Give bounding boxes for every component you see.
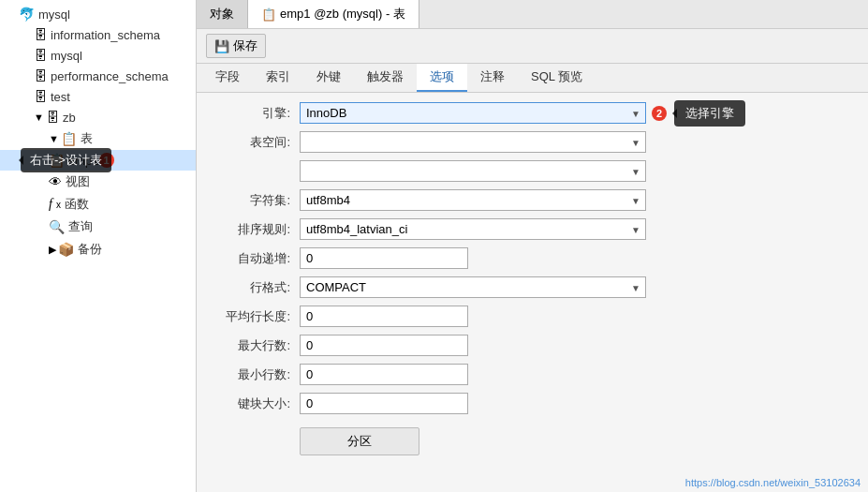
backup-icon: 📦	[58, 242, 74, 257]
sidebar-item-functions[interactable]: fx 函数	[0, 193, 196, 216]
key-block-size-input[interactable]	[300, 393, 468, 414]
sidebar-item-information-schema[interactable]: 🗄 information_schema	[0, 24, 196, 45]
sidebar-item-label: performance_schema	[51, 69, 169, 83]
tab-comments[interactable]: 注释	[467, 64, 518, 92]
sidebar: 🐬 mysql 🗄 information_schema 🗄 mysql 🗄 p…	[0, 0, 197, 492]
collation-row: 排序规则: utf8mb4_latvian_ci ▼	[215, 218, 849, 240]
sidebar-item-label: 查询	[68, 218, 93, 235]
extra-row: ▼	[215, 160, 849, 182]
collation-select[interactable]: utf8mb4_latvian_ci	[300, 218, 646, 240]
avg-row-length-label: 平均行长度:	[215, 308, 300, 325]
key-block-size-row: 键块大小:	[215, 393, 849, 414]
db-icon: 🗄	[46, 110, 59, 125]
engine-control: ▼ 2 选择引擎	[300, 102, 646, 124]
tab-emp1-table[interactable]: 📋 emp1 @zb (mysql) - 表	[248, 0, 419, 28]
min-rows-control	[300, 364, 646, 385]
form-tab-row: 字段 索引 外键 触发器 选项 注释 SQL 预览	[197, 64, 868, 93]
toolbar: 💾 保存	[197, 29, 868, 64]
engine-select-wrapper: ▼	[300, 102, 646, 124]
partition-control: 分区	[300, 422, 646, 455]
charset-select-wrapper: utf8mb4 ▼	[300, 189, 646, 211]
charset-select[interactable]: utf8mb4	[300, 189, 646, 211]
sidebar-item-label: test	[51, 90, 70, 104]
engine-input[interactable]	[300, 102, 646, 124]
tab-options[interactable]: 选项	[417, 64, 467, 92]
form-area: 引擎: ▼ 2 选择引擎 表空间: ▼	[197, 93, 868, 492]
sidebar-item-views[interactable]: 👁 视图	[0, 171, 196, 193]
save-icon: 💾	[214, 39, 229, 53]
chevron-right-icon: ▶	[49, 244, 56, 256]
avg-row-length-control	[300, 306, 646, 327]
sidebar-item-zb[interactable]: ▼ 🗄 zb	[0, 107, 196, 127]
db-icon: 🗄	[34, 89, 47, 104]
save-button[interactable]: 💾 保存	[206, 34, 266, 58]
chevron-down-icon: ▼	[49, 133, 59, 144]
sidebar-item-label: 表	[81, 130, 93, 147]
sidebar-item-backup[interactable]: ▶ 📦 备份	[0, 238, 196, 261]
auto-increment-input[interactable]	[300, 247, 468, 269]
save-label: 保存	[233, 37, 257, 54]
avg-row-length-row: 平均行长度:	[215, 306, 849, 327]
sidebar-item-label: 函数	[65, 196, 89, 213]
tab-indexes[interactable]: 索引	[253, 64, 303, 92]
sidebar-item-mysql-db[interactable]: 🗄 mysql	[0, 45, 196, 66]
sidebar-item-emp1[interactable]: 📋 emp1 1 右击->设计表	[0, 150, 196, 171]
tablespace-select[interactable]	[300, 131, 646, 153]
view-icon: 👁	[49, 174, 62, 189]
sidebar-item-performance-schema[interactable]: 🗄 performance_schema	[0, 66, 196, 86]
sidebar-item-queries[interactable]: 🔍 查询	[0, 216, 196, 238]
sidebar-item-label: 视图	[66, 173, 90, 190]
watermark: https://blog.csdn.net/weixin_53102634	[685, 477, 861, 488]
tab-triggers[interactable]: 触发器	[354, 64, 417, 92]
collation-label: 排序规则:	[215, 221, 300, 238]
min-rows-row: 最小行数:	[215, 364, 849, 385]
main-panel: 对象 📋 emp1 @zb (mysql) - 表 💾 保存 字段 索引 外键 …	[197, 0, 868, 492]
auto-increment-row: 自动递增:	[215, 247, 849, 269]
max-rows-row: 最大行数:	[215, 335, 849, 356]
tab-sql-preview[interactable]: SQL 预览	[518, 64, 596, 92]
sidebar-item-label: mysql	[51, 49, 82, 63]
charset-label: 字符集:	[215, 192, 300, 209]
db-icon: 🗄	[34, 48, 47, 63]
partition-button[interactable]: 分区	[300, 427, 419, 455]
collation-select-wrapper: utf8mb4_latvian_ci ▼	[300, 218, 646, 240]
auto-increment-control	[300, 247, 646, 269]
db-icon: 🗄	[34, 27, 47, 42]
extra-select-wrapper: ▼	[300, 160, 646, 182]
collation-control: utf8mb4_latvian_ci ▼	[300, 218, 646, 240]
query-icon: 🔍	[49, 219, 65, 234]
tab-fields[interactable]: 字段	[202, 64, 253, 92]
min-rows-input[interactable]	[300, 364, 468, 385]
mysql-icon: 🐬	[19, 7, 35, 22]
sidebar-item-mysql-root[interactable]: 🐬 mysql	[0, 4, 196, 24]
max-rows-label: 最大行数:	[215, 337, 300, 354]
charset-control: utf8mb4 ▼	[300, 189, 646, 211]
min-rows-label: 最小行数:	[215, 366, 300, 383]
max-rows-input[interactable]	[300, 335, 468, 356]
row-format-row: 行格式: COMPACT ▼	[215, 276, 849, 298]
badge-2: 2	[652, 106, 667, 121]
sidebar-item-label: mysql	[38, 7, 70, 22]
max-rows-control	[300, 335, 646, 356]
charset-row: 字符集: utf8mb4 ▼	[215, 189, 849, 211]
sidebar-item-label: information_schema	[51, 28, 160, 42]
sidebar-item-test[interactable]: 🗄 test	[0, 86, 196, 107]
chevron-down-icon: ▼	[34, 112, 44, 123]
top-tab-bar: 对象 📋 emp1 @zb (mysql) - 表	[197, 0, 868, 29]
db-icon: 🗄	[34, 68, 47, 83]
tab-foreign-keys[interactable]: 外键	[303, 64, 354, 92]
engine-label: 引擎:	[215, 105, 300, 122]
tab-objects[interactable]: 对象	[197, 0, 248, 28]
tablespace-control: ▼	[300, 131, 646, 153]
avg-row-length-input[interactable]	[300, 306, 468, 327]
sidebar-item-tables[interactable]: ▼ 📋 表	[0, 127, 196, 150]
engine-row: 引擎: ▼ 2 选择引擎	[215, 102, 849, 124]
row-format-select[interactable]: COMPACT	[300, 276, 646, 298]
extra-control: ▼	[300, 160, 646, 182]
key-block-size-control	[300, 393, 646, 414]
partition-row: 分区	[215, 422, 849, 455]
table-tab-label: emp1 @zb (mysql) - 表	[280, 6, 405, 22]
function-icon: f	[49, 197, 52, 212]
table-icon: 📋	[61, 131, 77, 146]
extra-select[interactable]	[300, 160, 646, 182]
